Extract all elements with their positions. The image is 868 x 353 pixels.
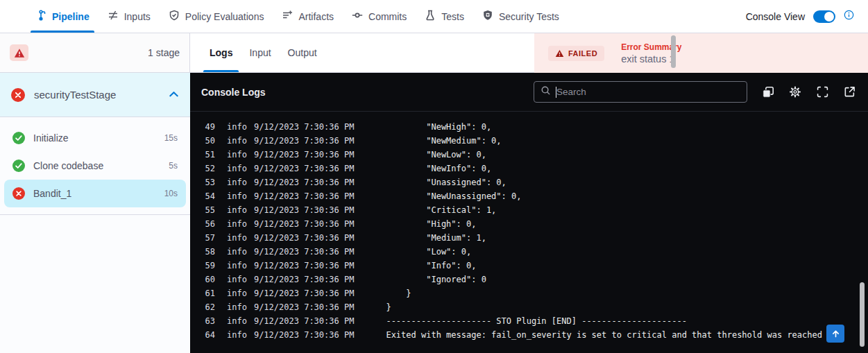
log-line: 64 info 9/12/2023 7:30:36 PM Exited with… — [190, 328, 868, 342]
console-scrollbar[interactable] — [860, 282, 865, 347]
console-view-toggle[interactable] — [813, 10, 835, 23]
tab-inputs[interactable]: Inputs — [99, 0, 160, 33]
log-level: info — [227, 259, 247, 273]
tab-commits[interactable]: Commits — [343, 0, 416, 33]
console-view-label: Console View — [746, 11, 805, 22]
log-message: "Info": 0, — [386, 259, 476, 273]
top-nav-right: Console View — [746, 0, 868, 33]
tab-inputs-label: Inputs — [124, 11, 151, 22]
log-level: info — [227, 314, 247, 328]
step-list: Initialize 15s Clone codebase 5s — [0, 117, 190, 353]
log-line-number: 50 — [201, 134, 215, 148]
log-timestamp: 9/12/2023 7:30:36 PM — [254, 162, 355, 175]
top-nav-tabs: Pipeline Inputs Policy Evaluations — [26, 0, 568, 33]
step-duration: 10s — [164, 189, 178, 198]
step-row-clone-codebase[interactable]: Clone codebase 5s — [4, 152, 186, 180]
log-message: "NewUnassigned": 0, — [386, 189, 521, 203]
info-icon[interactable] — [844, 10, 854, 23]
log-line-number: 51 — [201, 148, 215, 162]
log-level: info — [227, 328, 247, 342]
log-line: 53 info 9/12/2023 7:30:36 PM "Unassigned… — [190, 175, 868, 189]
failed-icon — [12, 187, 25, 200]
scroll-to-top-button[interactable] — [826, 325, 844, 343]
log-timestamp: 9/12/2023 7:30:36 PM — [254, 175, 355, 189]
fullscreen-icon[interactable] — [816, 86, 828, 98]
step-row-initialize[interactable]: Initialize 15s — [4, 124, 186, 152]
log-line: 54 info 9/12/2023 7:30:36 PM "NewUnassig… — [190, 189, 868, 203]
warning-triangle-icon — [14, 48, 25, 58]
log-timestamp: 9/12/2023 7:30:36 PM — [254, 314, 355, 328]
log-level: info — [227, 120, 247, 134]
tab-pipeline-label: Pipeline — [52, 11, 90, 22]
tab-output[interactable]: Output — [282, 33, 323, 72]
copy-icon[interactable] — [762, 86, 774, 98]
tab-logs[interactable]: Logs — [203, 33, 239, 72]
console-search-box[interactable] — [534, 81, 747, 103]
security-tests-icon — [482, 10, 493, 23]
log-line: 62 info 9/12/2023 7:30:36 PM } — [190, 300, 868, 314]
arrow-up-icon — [831, 329, 840, 338]
log-line: 59 info 9/12/2023 7:30:36 PM "Info": 0, — [190, 259, 868, 273]
open-in-new-icon[interactable] — [843, 86, 856, 98]
log-level: info — [227, 245, 247, 259]
step-row-bandit-1[interactable]: Bandit_1 10s — [4, 180, 186, 207]
console-log-area[interactable]: 49 info 9/12/2023 7:30:36 PM "NewHigh": … — [190, 112, 868, 353]
step-details-panel: Logs Input Output FAILED — [190, 33, 868, 353]
step-detail-tabs: Logs Input Output — [190, 33, 534, 73]
error-summary-scrollbar[interactable] — [671, 35, 676, 68]
failed-status-badge: FAILED — [548, 46, 604, 61]
log-timestamp: 9/12/2023 7:30:36 PM — [254, 273, 355, 286]
tab-tests[interactable]: Tests — [416, 0, 473, 33]
commits-icon — [352, 10, 363, 23]
divider — [0, 214, 190, 215]
chevron-up-icon[interactable] — [169, 89, 179, 101]
tab-output-label: Output — [288, 47, 317, 58]
pipeline-execution-page: Pipeline Inputs Policy Evaluations — [0, 0, 868, 353]
log-line: 55 info 9/12/2023 7:30:36 PM "Critical":… — [190, 203, 868, 217]
log-line-number: 53 — [201, 175, 215, 189]
log-level: info — [227, 286, 247, 300]
tab-security-tests[interactable]: Security Tests — [473, 0, 568, 33]
log-timestamp: 9/12/2023 7:30:36 PM — [254, 203, 355, 217]
log-line-number: 58 — [201, 245, 215, 259]
log-message: "Low": 0, — [386, 245, 471, 259]
tab-input-label: Input — [249, 47, 271, 58]
settings-icon[interactable] — [789, 86, 801, 98]
success-icon — [12, 160, 25, 172]
tab-artifacts[interactable]: Artifacts — [273, 0, 343, 33]
log-line-number: 63 — [201, 314, 215, 328]
tab-policy-evaluations[interactable]: Policy Evaluations — [160, 0, 273, 33]
stage-sidebar-header: 1 stage — [0, 33, 190, 73]
tab-commits-label: Commits — [368, 11, 407, 22]
log-level: info — [227, 273, 247, 286]
console-panel: Console Logs — [190, 73, 868, 353]
log-timestamp: 9/12/2023 7:30:36 PM — [254, 134, 355, 148]
tab-tests-label: Tests — [441, 11, 464, 22]
log-message: "High": 0, — [386, 217, 476, 231]
step-name: Clone codebase — [33, 160, 103, 171]
success-icon — [12, 132, 25, 144]
log-line: 52 info 9/12/2023 7:30:36 PM "NewInfo": … — [190, 162, 868, 175]
log-message: } — [386, 300, 391, 314]
log-line: 56 info 9/12/2023 7:30:36 PM "High": 0, — [190, 217, 868, 231]
log-line: 57 info 9/12/2023 7:30:36 PM "Medium": 1… — [190, 231, 868, 245]
console-logs-title: Console Logs — [201, 87, 266, 98]
log-line-number: 56 — [201, 217, 215, 231]
stage-failed-icon — [11, 88, 25, 102]
log-level: info — [227, 134, 247, 148]
search-input-wrap — [556, 87, 740, 98]
tab-pipeline[interactable]: Pipeline — [26, 0, 99, 33]
tab-input[interactable]: Input — [243, 33, 277, 72]
log-level: info — [227, 148, 247, 162]
log-message: "NewMedium": 0, — [386, 134, 501, 148]
policy-evaluations-icon — [169, 10, 180, 23]
log-timestamp: 9/12/2023 7:30:36 PM — [254, 328, 355, 342]
log-message: "Unassigned": 0, — [386, 175, 506, 189]
stage-sidebar: 1 stage securityTestStage — [0, 33, 190, 353]
stage-row-securityteststage[interactable]: securityTestStage — [0, 73, 190, 117]
search-input[interactable] — [556, 87, 740, 97]
log-message: "Ignored": 0 — [386, 273, 486, 286]
log-timestamp: 9/12/2023 7:30:36 PM — [254, 120, 355, 134]
tab-policy-evaluations-label: Policy Evaluations — [185, 11, 264, 22]
log-line-number: 55 — [201, 203, 215, 217]
